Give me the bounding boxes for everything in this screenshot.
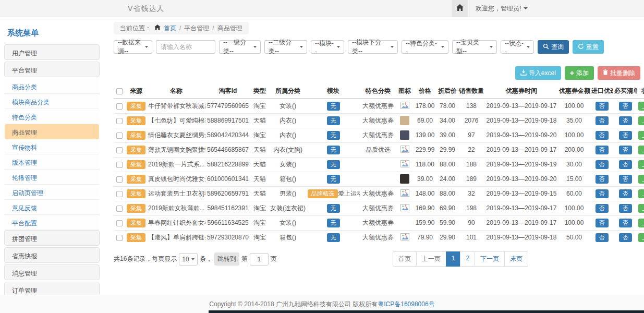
data-source-select[interactable]: --数据来源-- <box>114 40 152 54</box>
product-thumbnail <box>400 116 409 125</box>
module-select[interactable]: --模块-- <box>311 40 344 54</box>
select-all-checkbox[interactable] <box>116 88 123 94</box>
row-checkbox[interactable] <box>116 147 123 153</box>
col-source: 来源 <box>125 84 147 99</box>
must-buy-badge[interactable]: 否 <box>619 233 632 242</box>
import-excel-button[interactable]: 导入excel <box>515 66 561 80</box>
row-checkbox[interactable] <box>116 103 123 110</box>
sidebar-item-平台配置[interactable]: 平台配置 <box>5 215 99 230</box>
pager-上一页[interactable]: 上一页 <box>416 251 446 267</box>
import-select-badge[interactable]: 否 <box>596 175 609 184</box>
import-select-badge[interactable]: 否 <box>596 160 609 169</box>
must-buy-badge[interactable]: 否 <box>619 189 632 198</box>
import-select-badge[interactable]: 否 <box>596 219 609 227</box>
sidebar-item-意见反馈[interactable]: 意见反馈 <box>5 200 99 215</box>
sidebar-item-用户管理[interactable]: 用户管理 <box>4 44 100 60</box>
level2-category-select[interactable]: --二级分类-- <box>264 40 307 54</box>
row-checkbox[interactable] <box>116 206 123 212</box>
coupon-amount-cell: 35.00 <box>558 113 590 128</box>
must-buy-badge[interactable]: 否 <box>619 219 632 227</box>
sidebar-item-拼团管理[interactable]: 拼团管理 <box>4 230 100 246</box>
row-checkbox[interactable] <box>116 176 123 183</box>
status-select[interactable]: --状态-- <box>501 40 534 54</box>
pager-1[interactable]: 1 <box>446 251 461 267</box>
sidebar-item-订单管理[interactable]: 订单管理 <box>4 282 100 295</box>
must-buy-badge[interactable]: 否 <box>619 175 632 184</box>
status-badge[interactable]: 上架 <box>638 233 644 242</box>
sidebar-item-消息管理[interactable]: 消息管理 <box>4 264 100 280</box>
status-badge[interactable]: 上架 <box>638 116 644 125</box>
sidebar-item-版本管理[interactable]: 版本管理 <box>5 154 99 170</box>
status-badge[interactable]: 上架 <box>638 219 644 227</box>
status-badge[interactable]: 上架 <box>638 175 644 184</box>
sidebar-item-省惠快报[interactable]: 省惠快报 <box>4 247 100 263</box>
import-select-badge[interactable]: 否 <box>596 233 609 242</box>
row-checkbox[interactable] <box>116 191 123 197</box>
status-badge[interactable]: 上架 <box>638 204 644 213</box>
import-select-badge[interactable]: 否 <box>596 131 609 140</box>
home-button[interactable] <box>452 0 468 17</box>
must-buy-badge[interactable]: 否 <box>619 102 632 111</box>
table-row: 采集早春网红针织外套女春...596611634525淘宝女装()无大额优惠券1… <box>114 215 644 230</box>
status-badge[interactable]: 上架 <box>638 102 644 111</box>
row-checkbox[interactable] <box>116 220 123 226</box>
pager-末页[interactable]: 末页 <box>504 251 528 267</box>
add-button[interactable]: + 添加 <box>565 66 594 80</box>
reset-button[interactable]: 重置 <box>573 40 604 54</box>
feature-category-select[interactable]: --特色分类-- <box>402 40 448 54</box>
import-select-badge[interactable]: 否 <box>596 102 609 111</box>
import-select-badge[interactable]: 否 <box>596 204 609 213</box>
must-buy-cell: 否 <box>613 230 637 245</box>
jump-page-input[interactable] <box>250 253 269 266</box>
broken-image-icon <box>400 103 409 111</box>
status-badge[interactable]: 上架 <box>638 146 644 154</box>
sidebar-item-启动页管理[interactable]: 启动页管理 <box>5 185 99 200</box>
import-select-badge[interactable]: 否 <box>596 146 609 154</box>
name-search-input[interactable] <box>156 40 215 54</box>
must-buy-badge[interactable]: 否 <box>619 116 632 125</box>
sidebar-item-商品管理-active[interactable]: 商品管理 <box>5 124 99 139</box>
sidebar-item-宣传物料[interactable]: 宣传物料 <box>5 139 99 154</box>
name-cell: 【七色纺】可爱纯棉家... <box>147 113 205 128</box>
sidebar-item-模块商品分类[interactable]: 模块商品分类 <box>5 94 99 109</box>
row-checkbox[interactable] <box>116 118 123 124</box>
sidebar-item-商品分类[interactable]: 商品分类 <box>5 79 99 94</box>
jump-button[interactable]: 跳转到 <box>214 252 239 266</box>
sidebar-item-特色分类[interactable]: 特色分类 <box>5 109 99 124</box>
welcome-text: 欢迎您，管理员! <box>476 4 521 13</box>
pager-2[interactable]: 2 <box>460 251 475 267</box>
query-button[interactable]: 查询 <box>538 40 569 54</box>
per-page-select[interactable]: 10 <box>179 253 197 266</box>
pager-下一页[interactable]: 下一页 <box>475 251 505 267</box>
status-badge[interactable]: 上架 <box>638 131 644 140</box>
module-subcategory-select[interactable]: --模块下分类-- <box>348 40 398 54</box>
discount-price-cell: 59.90 <box>437 215 458 230</box>
breadcrumb-home-link[interactable]: 首页 <box>164 24 176 33</box>
status-badge[interactable]: 上架 <box>638 160 644 169</box>
sidebar-item-平台管理[interactable]: 平台管理 <box>4 62 100 77</box>
module-cell: 无 <box>307 113 360 128</box>
chevron-down-icon <box>490 46 493 48</box>
import-select-badge[interactable]: 否 <box>596 189 609 198</box>
must-buy-badge[interactable]: 否 <box>619 160 632 169</box>
import-select-badge[interactable]: 否 <box>596 116 609 125</box>
batch-delete-button[interactable]: 批量删除 <box>598 66 640 80</box>
user-menu[interactable]: 欢迎您，管理员! <box>476 4 528 13</box>
row-checkbox[interactable] <box>116 133 123 139</box>
must-buy-badge[interactable]: 否 <box>619 204 632 213</box>
chevron-down-icon <box>527 46 530 48</box>
row-checkbox[interactable] <box>116 162 123 168</box>
item-type-select[interactable]: --宝贝类型-- <box>452 40 497 54</box>
pager-首页[interactable]: 首页 <box>393 251 417 267</box>
row-checkbox[interactable] <box>116 235 123 241</box>
status-cell: 上架 <box>637 186 644 201</box>
level1-category-select[interactable]: --一级分类-- <box>219 40 261 54</box>
sidebar-item-轮播管理[interactable]: 轮播管理 <box>5 170 99 185</box>
icp-link[interactable]: 粤ICP备16098006号 <box>378 300 434 309</box>
must-buy-badge[interactable]: 否 <box>619 131 632 140</box>
source-cell: 采集 <box>125 230 147 245</box>
must-buy-cell: 否 <box>613 142 637 157</box>
chevron-down-icon <box>300 46 303 48</box>
must-buy-badge[interactable]: 否 <box>619 146 632 154</box>
status-badge[interactable]: 上架 <box>638 189 644 198</box>
